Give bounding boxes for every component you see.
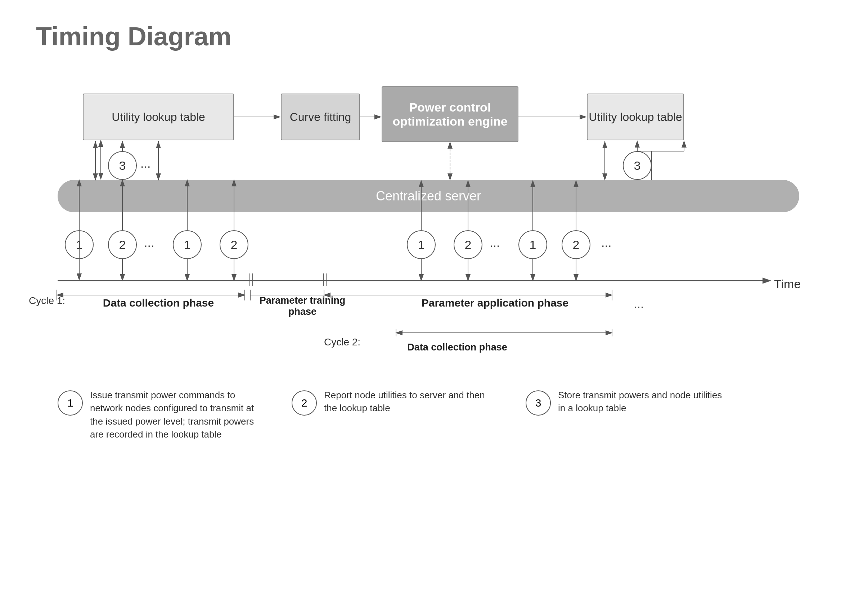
circle-2-right2: 2 (562, 230, 590, 259)
dots-right: ... (490, 236, 500, 250)
legend-text-2: Report node utilities to server and then… (324, 389, 497, 415)
legend-text-3: Store transmit powers and node utilities… (558, 389, 731, 415)
circle-1-right1: 1 (407, 230, 436, 259)
circle-2-right1: 2 (454, 230, 482, 259)
legend-item-2: 2 Report node utilities to server and th… (292, 389, 497, 416)
circle-1-right2: 1 (518, 230, 547, 259)
dots-1: ... (144, 236, 154, 250)
page-title: Timing Diagram (36, 22, 231, 51)
dots-top-left: ... (140, 157, 150, 170)
circle-2-left: 2 (108, 230, 137, 259)
legend-item-1: 1 Issue transmit power commands to netwo… (57, 389, 263, 441)
legend: 1 Issue transmit power commands to netwo… (57, 389, 814, 441)
legend-circle-3: 3 (526, 390, 551, 416)
curve-fitting-box: Curve fitting (281, 94, 360, 140)
dots-far-right: ... (601, 236, 611, 250)
time-label: Time (774, 277, 801, 291)
legend-text-1: Issue transmit power commands to network… (90, 389, 263, 441)
diagram: Utility lookup table Curve fitting Power… (29, 65, 821, 569)
data-collection-phase-2-label: Data collection phase (389, 342, 526, 353)
legend-circle-2: 2 (292, 390, 317, 416)
legend-circle-1: 1 (57, 390, 83, 416)
circle-1-left: 1 (65, 230, 94, 259)
cycle-1-label: Cycle 1: (29, 295, 65, 307)
utility-lookup-table-2: Utility lookup table (587, 94, 684, 140)
legend-item-3: 3 Store transmit powers and node utiliti… (526, 389, 731, 416)
param-application-phase-label: Parameter application phase (407, 297, 583, 309)
circle-3-top-left: 3 (108, 151, 137, 180)
data-collection-phase-label: Data collection phase (90, 297, 227, 309)
circle-1-mid: 1 (173, 230, 201, 259)
centralized-server: Centralized server (57, 180, 799, 212)
dots-cycle2: ... (634, 297, 644, 311)
circle-3-top-right: 3 (623, 151, 651, 180)
power-control-box: Power control optimization engine (382, 87, 518, 142)
param-training-phase-label: Parameter training phase (252, 295, 353, 317)
cycle-2-label: Cycle 2: (324, 336, 360, 348)
circle-2-mid: 2 (220, 230, 248, 259)
utility-lookup-table-1: Utility lookup table (83, 94, 234, 140)
